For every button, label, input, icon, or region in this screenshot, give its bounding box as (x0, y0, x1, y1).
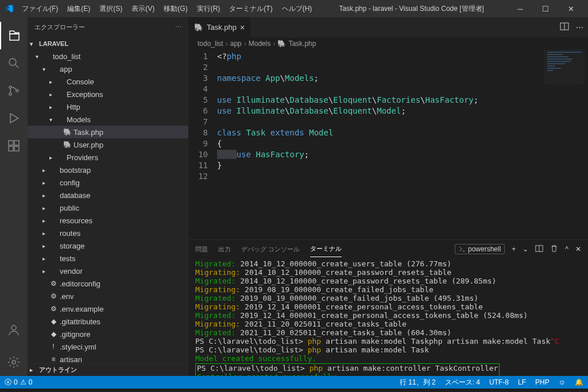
file-icon: ! (48, 343, 59, 351)
tree-item[interactable]: ▸Http (28, 100, 188, 113)
php-file-icon: 🐘 (194, 23, 203, 32)
tree-item[interactable]: ⚙.env (28, 290, 188, 302)
tree-item-label: artisan (60, 355, 82, 364)
tree-item[interactable]: ◆.gitignore (28, 328, 188, 340)
debug-tab-icon[interactable] (0, 104, 28, 132)
search-tab-icon[interactable] (0, 49, 28, 77)
panel-tab[interactable]: デバッグ コンソール (241, 242, 300, 257)
breadcrumb-item[interactable]: Task.php (288, 40, 316, 48)
svg-rect-4 (9, 141, 13, 145)
minimap[interactable] (544, 50, 585, 84)
terminal-dropdown-icon[interactable]: ⌄ (523, 245, 528, 253)
terminal-content[interactable]: Migrated: 2014_10_12_000000_create_users… (188, 258, 588, 376)
tab-close-icon[interactable]: × (240, 23, 245, 32)
status-item[interactable]: スペース: 4 (440, 378, 485, 387)
account-icon[interactable] (0, 316, 28, 344)
extensions-tab-icon[interactable] (0, 132, 28, 160)
svg-rect-5 (14, 141, 19, 145)
tree-item[interactable]: ≡artisan (28, 353, 188, 363)
tree-item-label: .env (60, 292, 74, 301)
tree-item[interactable]: ▸bootstrap (28, 164, 188, 176)
menu-item[interactable]: 実行(R) (194, 2, 224, 16)
panel-tab[interactable]: 出力 (218, 242, 231, 257)
tree-item[interactable]: ▸Console (28, 75, 188, 88)
code-editor[interactable]: 123456789101112 <?php namespace App\Mode… (188, 50, 588, 239)
more-actions-icon[interactable]: ⋯ (576, 23, 583, 32)
menu-item[interactable]: 移動(G) (160, 2, 191, 16)
section-header[interactable]: ▾ LARAVEL (28, 37, 188, 50)
statusbar: ⓧ0 ⚠0 行 11、列 2スペース: 4UTF-8LFPHP ☺ 🔔 (0, 376, 588, 389)
panel-tab[interactable]: 問題 (195, 242, 208, 257)
tree-item[interactable]: ▸routes (28, 227, 188, 239)
status-item[interactable]: PHP (531, 378, 554, 387)
tab-task-php[interactable]: 🐘 Task.php × (188, 17, 251, 37)
svg-point-0 (9, 59, 16, 65)
tree-item[interactable]: ▾todo_list (28, 50, 188, 63)
tree-item[interactable]: ⚙.editorconfig (28, 277, 188, 290)
menu-item[interactable]: ヘルプ(H) (278, 2, 316, 16)
status-item[interactable]: 行 11、列 2 (395, 378, 440, 387)
tree-item[interactable]: !.styleci.yml (28, 340, 188, 353)
status-problems[interactable]: ⓧ0 ⚠0 (0, 378, 37, 387)
menu-item[interactable]: 編集(E) (64, 2, 94, 16)
outline-label: アウトライン (39, 366, 77, 374)
close-button[interactable]: ✕ (558, 0, 583, 17)
tree-item[interactable]: ▸public (28, 201, 188, 214)
status-item[interactable]: UTF-8 (485, 378, 513, 387)
maximize-button[interactable]: ☐ (533, 0, 558, 17)
menu-item[interactable]: ファイル(F) (18, 2, 61, 16)
sidebar-more-icon[interactable]: ⋯ (175, 24, 181, 31)
settings-gear-icon[interactable] (0, 348, 28, 376)
chevron-right-icon: ▸ (46, 104, 55, 110)
breadcrumb-item[interactable]: Models (249, 40, 271, 48)
tree-item[interactable]: ▾Models (28, 113, 188, 126)
chevron-right-icon: ▸ (39, 268, 48, 274)
tree-item[interactable]: ◆.gitattributes (28, 315, 188, 328)
breadcrumb-item[interactable]: todo_list (198, 40, 223, 48)
explorer-tab-icon[interactable] (0, 22, 28, 49)
status-feedback-icon[interactable]: ☺ (554, 378, 570, 386)
tree-item[interactable]: ▾app (28, 63, 188, 75)
error-icon: ⓧ (5, 378, 11, 387)
breadcrumb-item[interactable]: app (230, 40, 242, 48)
minimize-button[interactable]: ─ (508, 0, 533, 17)
tree-item[interactable]: 🐘User.php (28, 138, 188, 151)
tree-item[interactable]: ▸storage (28, 239, 188, 252)
tree-item[interactable]: ▸resources (28, 214, 188, 227)
scm-tab-icon[interactable] (0, 77, 28, 104)
chevron-down-icon: ▾ (30, 41, 39, 47)
status-bell-icon[interactable]: 🔔 (570, 378, 588, 386)
code-content[interactable]: <?php namespace App\Models; use Illumina… (217, 50, 588, 239)
tree-item[interactable]: ⚙.env.example (28, 302, 188, 315)
tree-item[interactable]: ▸database (28, 189, 188, 201)
tree-item-label: config (60, 178, 80, 187)
tree-item[interactable]: ▸config (28, 176, 188, 189)
split-terminal-icon[interactable] (535, 244, 543, 254)
tree-item[interactable]: ▸Exceptions (28, 88, 188, 100)
sidebar: エクスプローラー ⋯ ▾ LARAVEL ▾todo_list▾app▸Cons… (28, 17, 188, 376)
menu-item[interactable]: 表示(V) (128, 2, 158, 16)
menu-item[interactable]: 選択(S) (96, 2, 126, 16)
tree-item[interactable]: 🐘Task.php (28, 126, 188, 138)
file-tree[interactable]: ▾todo_list▾app▸Console▸Exceptions▸Http▾M… (28, 50, 188, 363)
tree-item-label: public (60, 204, 79, 212)
split-editor-icon[interactable] (560, 22, 569, 33)
status-item[interactable]: LF (513, 378, 531, 387)
panel-tab[interactable]: ターミナル (310, 241, 342, 257)
chevron-right-icon: ▸ (39, 192, 48, 199)
panel-close-icon[interactable]: ✕ (575, 245, 581, 253)
outline-header[interactable]: ▸ アウトライン (28, 363, 188, 376)
panel-maximize-icon[interactable]: ^ (565, 245, 568, 253)
activity-bar (0, 17, 28, 376)
tree-item[interactable]: ▸tests (28, 252, 188, 265)
breadcrumb[interactable]: todo_list›app›Models›🐘 Task.php (188, 37, 588, 50)
kill-terminal-icon[interactable] (550, 244, 558, 254)
chevron-right-icon: ▸ (39, 255, 48, 262)
tree-item-label: .editorconfig (60, 280, 100, 288)
tree-item[interactable]: ▸Providers (28, 151, 188, 164)
new-terminal-icon[interactable]: + (512, 245, 516, 253)
menu-item[interactable]: ターミナル(T) (226, 2, 276, 16)
shell-selector[interactable]: powershell (455, 244, 505, 254)
tree-item[interactable]: ▸vendor (28, 265, 188, 277)
line-numbers: 123456789101112 (188, 50, 217, 239)
